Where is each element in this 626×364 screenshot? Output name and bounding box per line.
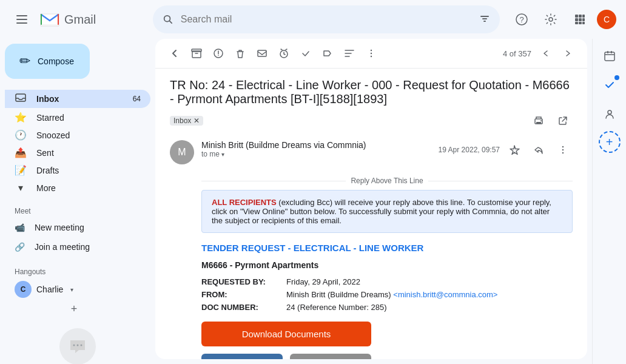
hangouts-user[interactable]: C Charlie ▾ [5, 278, 150, 300]
svg-point-31 [371, 56, 372, 57]
email-content: TENDER REQUEST - ELECTRICAL - LINE WORKE… [201, 243, 573, 359]
pricing-button[interactable]: Pricing [201, 354, 283, 359]
inbox-badge-close[interactable]: ✕ [194, 116, 200, 125]
avatar[interactable]: C [597, 10, 616, 29]
drafts-label: Drafts [36, 166, 59, 175]
open-in-new-button[interactable] [553, 111, 573, 130]
compose-icon: ✏ [19, 53, 30, 69]
meet-title: Meet [5, 202, 150, 218]
sidebar: ✏ Compose Inbox 64 ⭐ Starred 🕐 Snoozed 📤 [0, 39, 155, 364]
requested-by-value: Friday, 29 April, 2022 [286, 277, 360, 286]
info-box: ALL RECIPIENTS (excluding Bcc) will rece… [201, 190, 573, 233]
email-more-button[interactable] [553, 140, 573, 160]
email-timestamp: 19 Apr 2022, 09:57 [439, 146, 500, 154]
starred-icon: ⭐ [15, 112, 27, 123]
email-toolbar: 4 of 357 [155, 39, 587, 69]
download-documents-button[interactable]: Download Documents [201, 322, 371, 346]
hangouts-avatar: C [15, 281, 32, 298]
action-buttons: Download Documents Pricing Not Pricing U… [201, 322, 371, 359]
menu-button[interactable] [10, 7, 34, 32]
svg-point-21 [77, 345, 79, 346]
back-button[interactable] [165, 44, 184, 63]
sidebar-item-starred[interactable]: ⭐ Starred [5, 109, 150, 126]
to-me-chevron: ▾ [221, 151, 224, 158]
sidebar-item-more[interactable]: ▾ More [5, 180, 150, 196]
mark-done-button[interactable] [296, 44, 315, 63]
new-meeting-icon: 📹 [15, 223, 25, 232]
snooze-button[interactable] [274, 44, 294, 63]
help-button[interactable]: ? [510, 7, 534, 32]
svg-rect-1 [16, 19, 27, 20]
svg-rect-2 [16, 22, 27, 24]
settings-button[interactable] [539, 7, 563, 32]
svg-rect-18 [582, 22, 585, 24]
search-input[interactable] [181, 14, 472, 25]
svg-rect-12 [582, 15, 585, 18]
sidebar-item-sent[interactable]: 📤 Sent [5, 144, 150, 161]
svg-rect-19 [16, 94, 25, 101]
requested-by-row: REQUESTED BY: Friday, 29 April, 2022 [201, 277, 573, 286]
more-options-button[interactable] [362, 44, 381, 63]
new-chat-button[interactable]: + [66, 300, 82, 317]
chat-placeholder: No recent chats Start a new one [5, 318, 150, 364]
svg-rect-0 [16, 15, 27, 16]
from-label: FROM: [201, 290, 286, 299]
svg-rect-17 [579, 22, 582, 24]
join-meeting-label: Join a meeting [35, 242, 90, 252]
email-inbox-badge: Inbox ✕ [170, 116, 203, 126]
next-email-button[interactable] [558, 44, 577, 63]
sidebar-item-snoozed[interactable]: 🕐 Snoozed [5, 127, 150, 143]
reply-button[interactable] [529, 140, 548, 160]
search-bar [153, 5, 500, 33]
svg-rect-27 [258, 50, 266, 56]
join-meeting-icon: 🔗 [15, 242, 25, 252]
tasks-notification-dot [614, 75, 619, 80]
search-filter-icon[interactable] [479, 13, 490, 26]
gmail-label: Gmail [64, 13, 96, 27]
labels-button[interactable] [340, 44, 359, 63]
svg-point-29 [371, 50, 372, 51]
svg-point-41 [608, 110, 611, 114]
svg-rect-6 [483, 21, 486, 22]
apps-button[interactable] [568, 7, 592, 32]
sender-name: Minish Britt (Buildme Dreams via Commnia… [201, 140, 366, 150]
tasks-sidebar-button[interactable] [597, 73, 622, 97]
reply-line-text: Reply Above This Line [351, 177, 423, 185]
move-to-button[interactable] [318, 44, 337, 63]
requested-by-label: REQUESTED BY: [201, 277, 286, 286]
report-spam-button[interactable] [209, 44, 228, 63]
compose-button[interactable]: ✏ Compose [5, 44, 90, 79]
to-me[interactable]: to me ▾ [201, 150, 431, 158]
sidebar-item-drafts[interactable]: 📝 Drafts [5, 162, 150, 178]
svg-rect-24 [192, 49, 201, 52]
sent-label: Sent [36, 148, 54, 158]
right-sidebar: + [592, 39, 626, 364]
star-button[interactable] [505, 140, 524, 160]
inbox-icon [15, 92, 27, 106]
top-bar: Gmail ? [0, 0, 626, 39]
prev-email-button[interactable] [536, 44, 556, 63]
from-row: FROM: Minish Britt (Buildme Dreams) <min… [201, 290, 573, 299]
project-name: M6666 - Pyrmont Apartments [201, 260, 573, 270]
from-email[interactable]: <minish.britt@commnia.com> [393, 290, 497, 299]
mark-unread-button[interactable] [252, 44, 272, 63]
join-meeting-item[interactable]: 🔗 Join a meeting [5, 237, 150, 257]
delete-button[interactable] [231, 44, 250, 63]
hangouts-user-name: Charlie [36, 285, 63, 294]
new-meeting-item[interactable]: 📹 New meeting [5, 218, 150, 237]
archive-button[interactable] [187, 44, 206, 63]
svg-point-9 [549, 18, 553, 21]
svg-point-37 [562, 152, 564, 153]
svg-rect-38 [605, 52, 614, 61]
contacts-sidebar-button[interactable] [597, 102, 622, 126]
svg-rect-16 [575, 22, 578, 24]
new-meeting-label: New meeting [35, 223, 84, 232]
not-pricing-button[interactable]: Not Pricing [290, 354, 371, 359]
calendar-sidebar-button[interactable] [597, 44, 622, 68]
add-sidebar-button[interactable]: + [599, 131, 621, 153]
pricing-buttons-row: Pricing Not Pricing [201, 354, 371, 359]
app-container: Gmail ? [0, 0, 626, 364]
svg-rect-13 [575, 18, 578, 21]
print-button[interactable] [529, 111, 548, 130]
sidebar-item-inbox[interactable]: Inbox 64 [5, 90, 150, 108]
